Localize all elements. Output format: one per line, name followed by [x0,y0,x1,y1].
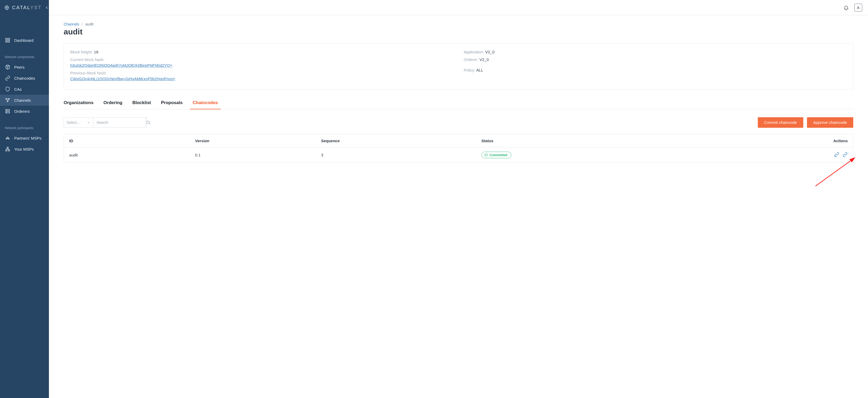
notifications-button[interactable] [843,5,849,10]
svg-rect-12 [7,147,8,148]
col-id-header: ID [69,138,195,143]
value: V2_0 [479,57,489,62]
content: Channels / audit audit Block height: 18 … [49,15,868,173]
tab-organizations[interactable]: Organizations [64,97,93,109]
sidebar-item-label: Dashboard [14,38,33,42]
cell-status: Committed [482,152,745,158]
svg-point-15 [147,121,150,124]
approve-chaincode-button[interactable]: Approve chaincode [807,117,853,128]
sidebar-group-components: Network components [0,54,49,62]
handshake-icon [5,135,10,141]
sidebar-item-chaincodes[interactable]: Chaincodes [0,72,49,84]
label: Current block hash: [70,57,104,62]
link-icon [5,75,10,81]
block-height-row: Block height: 18 [70,49,453,55]
previous-hash-link[interactable]: CWxGOc4oNLi1OQDcNm/Bw+GjHyAMiKxnF5b2HqnP… [70,76,453,82]
toolbar: Select… Commit chaincode Approve chainco… [64,117,853,128]
edit-link-icon [834,152,839,157]
tab-proposals[interactable]: Proposals [161,97,183,109]
sitemap-icon [5,146,10,152]
sidebar-item-dashboard[interactable]: Dashboard [0,35,49,46]
application-row: Application: V2_0 [464,49,847,55]
sidebar-item-cas[interactable]: CAs [0,84,49,95]
sidebar-item-channels[interactable]: Channels [0,95,49,106]
sidebar-item-label: CAs [14,87,22,92]
svg-rect-1 [6,38,7,40]
value: V2_0 [485,50,495,54]
sidebar-header: CATALYST [0,0,49,15]
svg-rect-14 [8,150,10,151]
dashboard-icon [5,37,10,43]
col-version-header: Version [195,138,321,143]
sidebar-item-label: Partners' MSPs [14,136,41,140]
status-badge: Committed [482,152,511,158]
col-status-header: Status [482,138,745,143]
table-row: audit 0.1 3 Committed [64,147,853,162]
commit-chaincode-button[interactable]: Commit chaincode [758,117,803,128]
server-icon [5,108,10,114]
svg-point-11 [6,112,7,112]
shield-icon [5,86,10,92]
channel-details-card: Block height: 18 Current block hash: h3u… [64,43,853,90]
current-hash-link[interactable]: h3uGkZQdqHEORiOOAipR7oMJOErKl/BjrpPNFNhd… [70,63,453,69]
check-circle-icon [484,153,488,157]
orderer-row: Orderer: V2_0 [464,57,847,63]
tab-chaincodes[interactable]: Chaincodes [192,97,218,109]
value: 18 [94,50,98,54]
label: Policy: [464,68,475,72]
tab-blocklist[interactable]: Blocklist [132,97,151,109]
label: Orderer: [464,57,478,62]
sidebar-item-peers[interactable]: Peers [0,62,49,72]
row-action-link[interactable] [842,152,848,157]
svg-rect-2 [8,38,10,40]
sidebar-item-your-msps[interactable]: Your MSPs [0,143,49,155]
svg-point-16 [485,154,488,157]
sidebar-item-partners-msps[interactable]: Partners' MSPs [0,132,49,143]
label: Application: [464,50,484,54]
sidebar-item-label: Peers [14,65,25,69]
value: ALL [476,68,484,72]
breadcrumb-root-link[interactable]: Channels [64,22,79,26]
sidebar: CATALYST Dashboard Network components Pe… [0,0,49,398]
sidebar-item-label: Orderers [14,109,30,113]
filter-select[interactable]: Select… [64,118,93,128]
sidebar-item-label: Chaincodes [14,76,35,80]
cell-id: audit [69,153,195,157]
tabs: Organizations Ordering Blocklist Proposa… [64,97,853,109]
logo-text: CATALYST [12,5,42,10]
status-label: Committed [490,153,507,157]
search-box [93,118,147,128]
sidebar-group-participants: Network participants [0,125,49,132]
cube-icon [5,64,10,70]
label: Previous block hash: [70,71,106,75]
col-actions-header: Actions [745,138,848,143]
tab-ordering[interactable]: Ordering [103,97,122,109]
breadcrumb: Channels / audit [64,22,853,26]
chevron-down-icon [87,121,91,124]
svg-point-7 [7,101,8,102]
breadcrumb-current: audit [86,22,93,26]
cell-actions [745,152,848,158]
row-action-edit[interactable] [834,152,839,157]
sidebar-item-label: Your MSPs [14,147,34,152]
avatar[interactable]: A [854,4,862,11]
label: Block height: [70,50,93,54]
cell-sequence: 3 [321,153,482,157]
search-button[interactable] [146,118,151,127]
logo-icon [4,5,9,10]
svg-rect-13 [6,150,7,151]
search-input[interactable] [93,121,146,125]
collapse-sidebar-icon[interactable] [44,5,49,10]
svg-rect-3 [6,41,7,42]
svg-rect-4 [8,41,10,42]
bell-icon [843,5,849,10]
breadcrumb-separator: / [82,22,83,26]
svg-point-10 [6,110,7,110]
select-placeholder: Select… [66,121,81,125]
main-area: A Channels / audit audit Block height: 1… [49,0,868,398]
sidebar-item-orderers[interactable]: Orderers [0,106,49,117]
topbar: A [49,0,868,15]
cell-version: 0.1 [195,153,321,157]
table-header: ID Version Sequence Status Actions [64,134,853,147]
nodes-icon [5,97,10,103]
